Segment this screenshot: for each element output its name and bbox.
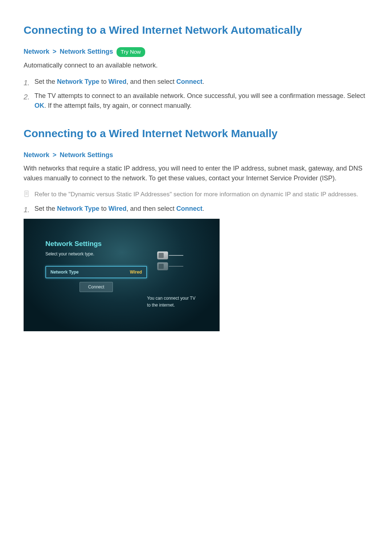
text: The TV attempts to connect to an availab… (34, 92, 365, 99)
step-item: 1. Set the Network Type to Wired, and th… (24, 77, 368, 88)
step-content: The TV attempts to connect to an availab… (34, 91, 368, 111)
tv-subtitle: Select your network type. (45, 251, 147, 257)
highlight-ok: OK (34, 102, 44, 109)
text: . (203, 78, 204, 85)
tv-screenshot: Network Settings Select your network typ… (24, 219, 220, 331)
breadcrumb-auto: Network > Network Settings Try Now (24, 47, 368, 57)
text: to (99, 78, 109, 85)
breadcrumb-item-network[interactable]: Network (24, 48, 49, 55)
steps-list-manual: 1. Set the Network Type to Wired, and th… (24, 204, 368, 215)
section-heading-auto: Connecting to a Wired Internet Network A… (24, 22, 368, 38)
text: Set the (34, 78, 57, 85)
network-type-value: Wired (130, 269, 142, 275)
chevron-right-icon: > (51, 48, 58, 55)
breadcrumb-item-network-settings[interactable]: Network Settings (60, 48, 113, 55)
chevron-right-icon: > (51, 151, 58, 159)
highlight-wired: Wired (109, 78, 127, 85)
tv-title: Network Settings (45, 239, 147, 249)
steps-list-auto: 1. Set the Network Type to Wired, and th… (24, 77, 368, 111)
breadcrumb-item-network-settings[interactable]: Network Settings (60, 151, 113, 159)
highlight-network-type: Network Type (57, 78, 99, 85)
note-row: Refer to the "Dynamic versus Static IP A… (24, 190, 368, 199)
text: , and then select (127, 78, 176, 85)
highlight-connect: Connect (176, 78, 203, 85)
intro-text-manual: With networks that require a static IP a… (24, 164, 368, 183)
breadcrumb-item-network[interactable]: Network (24, 151, 49, 159)
text: . If the attempt fails, try again, or co… (44, 102, 192, 109)
text: to the internet. (147, 302, 209, 309)
try-now-badge[interactable]: Try Now (117, 47, 145, 57)
step-number: 2. (24, 91, 34, 102)
highlight-network-type: Network Type (57, 205, 99, 212)
step-number: 1. (24, 204, 34, 215)
connect-button[interactable]: Connect (79, 282, 113, 292)
step-content: Set the Network Type to Wired, and then … (34, 77, 368, 87)
note-text: Refer to the "Dynamic versus Static IP A… (34, 190, 358, 199)
text: . (203, 205, 204, 212)
note-icon (24, 190, 34, 197)
step-content: Set the Network Type to Wired, and then … (34, 204, 368, 214)
text: , and then select (127, 205, 176, 212)
step-item: 2. The TV attempts to connect to an avai… (24, 91, 368, 111)
text: to (99, 205, 109, 212)
highlight-connect: Connect (176, 205, 203, 212)
intro-text-auto: Automatically connect to an available ne… (24, 61, 368, 70)
highlight-wired: Wired (109, 205, 127, 212)
breadcrumb-manual: Network > Network Settings (24, 150, 368, 160)
text: You can connect your TV (147, 295, 209, 302)
router-illustration (151, 251, 194, 273)
tv-info-text: You can connect your TV to the internet. (147, 295, 209, 309)
step-item: 1. Set the Network Type to Wired, and th… (24, 204, 368, 215)
step-number: 1. (24, 77, 34, 88)
section-heading-manual: Connecting to a Wired Internet Network M… (24, 125, 368, 141)
network-type-row[interactable]: Network Type Wired (45, 266, 147, 278)
text: Set the (34, 205, 57, 212)
network-type-label: Network Type (50, 269, 79, 275)
